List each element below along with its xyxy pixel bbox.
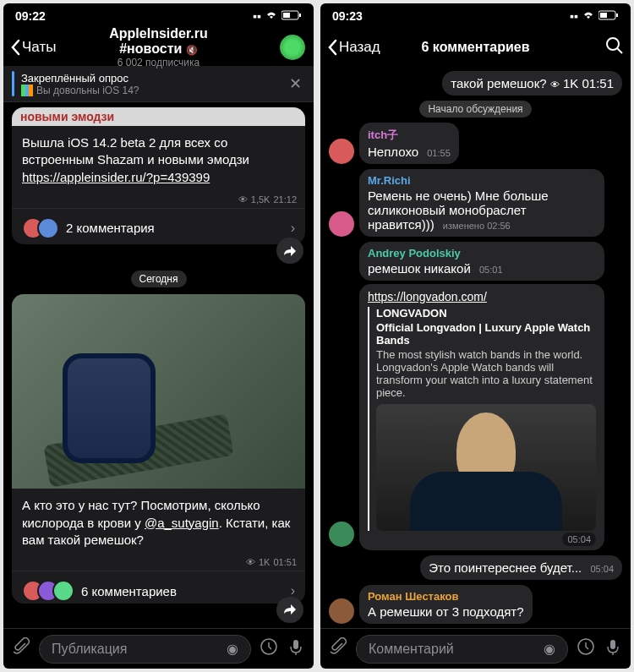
sender-name[interactable]: Andrey Podolskiy [368, 247, 596, 260]
message-input[interactable]: Публикация ◉ [39, 635, 251, 664]
message-bubble[interactable]: Роман Шестаков А ремешки от 3 подходят? [359, 585, 533, 624]
mic-icon[interactable] [604, 637, 622, 660]
comment-input[interactable]: Комментарий ◉ [356, 635, 568, 664]
svg-rect-6 [600, 13, 607, 18]
date-separator: Сегодня [131, 270, 187, 287]
cellular-icon: ▪▪ [253, 9, 261, 23]
post-card[interactable]: новыми эмодзи Вышла iOS 14.2 beta 2 для … [12, 107, 305, 244]
outgoing-message[interactable]: Это поинтереснее будет... 05:04 [420, 555, 622, 580]
channel-screen: 09:22 ▪▪ Чаты AppleInsider.ru #новости 🔇… [3, 3, 314, 669]
mute-icon: 🔇 [186, 45, 198, 55]
header-title-block: 6 комментариев [421, 40, 529, 55]
pinned-message[interactable]: Закреплённый опрос Вы довольны iOS 14? ✕ [3, 66, 314, 102]
sender-name[interactable]: Роман Шестаков [368, 590, 524, 603]
back-button[interactable]: Чаты [10, 39, 56, 56]
svg-point-8 [607, 38, 619, 50]
status-icons: ▪▪ [253, 9, 302, 23]
message-row: Mr.Richi Ремень не очень) Мне больше сил… [329, 169, 622, 237]
truncated-header: новыми эмодзи [20, 110, 114, 123]
commenter-avatars [22, 580, 74, 602]
mention-link[interactable]: @a_sutyagin [145, 516, 219, 530]
post-time: 21:12 [273, 194, 297, 205]
battery-icon [598, 9, 619, 23]
user-avatar[interactable] [329, 139, 354, 164]
message-row: Роман Шестаков А ремешки от 3 подходят? [329, 585, 622, 624]
message-time: 05:04 [590, 564, 614, 574]
comments-button[interactable]: 6 комментариев › [12, 571, 305, 604]
message-bubble[interactable]: Mr.Richi Ремень не очень) Мне больше сил… [359, 169, 604, 237]
sticker-icon[interactable]: ◉ [544, 641, 555, 657]
comments-title: 6 комментариев [421, 40, 529, 55]
comments-screen: 09:23 ▪▪ Назад 6 комментариев такой реме… [320, 3, 631, 669]
message-list[interactable]: новыми эмодзи Вышла iOS 14.2 beta 2 для … [3, 102, 314, 628]
sender-name[interactable]: Mr.Richi [368, 174, 596, 187]
mic-icon[interactable] [287, 637, 305, 660]
sender-name[interactable]: itch子 [368, 128, 451, 143]
post-photo[interactable] [12, 294, 305, 489]
link-url[interactable]: https://longvadon.com/ [368, 290, 487, 303]
nav-header: Назад 6 комментариев [320, 29, 631, 66]
message-time: 05:01 [479, 265, 503, 275]
input-placeholder: Комментарий [369, 642, 454, 657]
view-count: 1K [563, 76, 578, 90]
post-link[interactable]: https://appleinsider.ru/?p=439399 [22, 170, 210, 184]
pinned-indicator [12, 71, 14, 96]
chevron-right-icon: › [291, 221, 295, 236]
message-bubble[interactable]: itch子 Неплохо 01:55 [359, 123, 459, 164]
sticker-icon[interactable]: ◉ [227, 641, 238, 657]
comments-button[interactable]: 2 комментария › [12, 208, 305, 244]
message-bubble[interactable]: https://longvadon.com/ LONGVADON Officia… [359, 284, 604, 550]
svg-rect-4 [293, 640, 298, 649]
edited-label: изменено [443, 221, 484, 231]
original-post-tail[interactable]: такой ремешок? 👁 1K 01:51 [442, 71, 622, 96]
svg-rect-2 [299, 14, 301, 17]
channel-avatar[interactable] [278, 33, 307, 62]
user-avatar[interactable] [329, 522, 354, 547]
schedule-icon[interactable] [577, 637, 595, 660]
poll-icon [21, 85, 33, 96]
message-time: 01:55 [427, 148, 451, 158]
link-title: Official Longvadon | Luxury Apple Watch … [376, 321, 596, 347]
status-bar: 09:23 ▪▪ [320, 3, 631, 29]
share-button[interactable] [276, 238, 303, 264]
wifi-icon [265, 9, 278, 23]
back-button[interactable]: Назад [327, 39, 380, 56]
status-time: 09:23 [332, 9, 363, 23]
input-placeholder: Публикация [52, 642, 127, 657]
reply-time: 01:51 [582, 76, 614, 90]
share-button[interactable] [276, 597, 303, 623]
system-message: Начало обсуждения [419, 101, 531, 117]
input-bar: Публикация ◉ [3, 628, 314, 669]
message-bubble[interactable]: Andrey Podolskiy ремешок никакой 05:01 [359, 242, 604, 281]
pinned-subtitle: Вы довольны iOS 14? [36, 85, 139, 96]
post-card[interactable]: А кто это у нас тут? Посмотрим, сколько … [12, 294, 305, 603]
search-button[interactable] [605, 36, 624, 59]
link-description: The most stylish watch bands in the worl… [376, 348, 596, 399]
channel-subtitle: 6 002 подписчика [81, 57, 237, 68]
message-row: itch子 Неплохо 01:55 [329, 123, 622, 164]
share-icon [283, 245, 297, 257]
user-avatar[interactable] [329, 211, 354, 237]
link-site: LONGVADON [376, 307, 596, 320]
chevron-left-icon [327, 39, 337, 56]
status-icons: ▪▪ [570, 9, 619, 23]
battery-icon [281, 9, 302, 23]
attach-icon[interactable] [329, 637, 347, 660]
link-preview[interactable]: LONGVADON Official Longvadon | Luxury Ap… [368, 307, 596, 531]
view-count: 1K [259, 557, 270, 567]
svg-rect-10 [610, 640, 615, 649]
eye-icon: 👁 [550, 79, 560, 90]
header-title-block[interactable]: AppleInsider.ru #новости 🔇 6 002 подписч… [81, 26, 237, 68]
user-avatar[interactable] [329, 598, 354, 624]
nav-header: Чаты AppleInsider.ru #новости 🔇 6 002 по… [3, 29, 314, 66]
cellular-icon: ▪▪ [570, 9, 578, 23]
input-bar: Комментарий ◉ [320, 628, 631, 669]
svg-rect-1 [283, 13, 290, 18]
schedule-icon[interactable] [260, 637, 278, 660]
commenter-avatars [22, 217, 59, 239]
attach-icon[interactable] [12, 637, 30, 660]
comments-list[interactable]: такой ремешок? 👁 1K 01:51 Начало обсужде… [320, 66, 631, 628]
eye-icon: 👁 [238, 194, 248, 205]
close-pinned-button[interactable]: ✕ [286, 71, 305, 96]
message-row: Andrey Podolskiy ремешок никакой 05:01 h… [329, 242, 622, 550]
